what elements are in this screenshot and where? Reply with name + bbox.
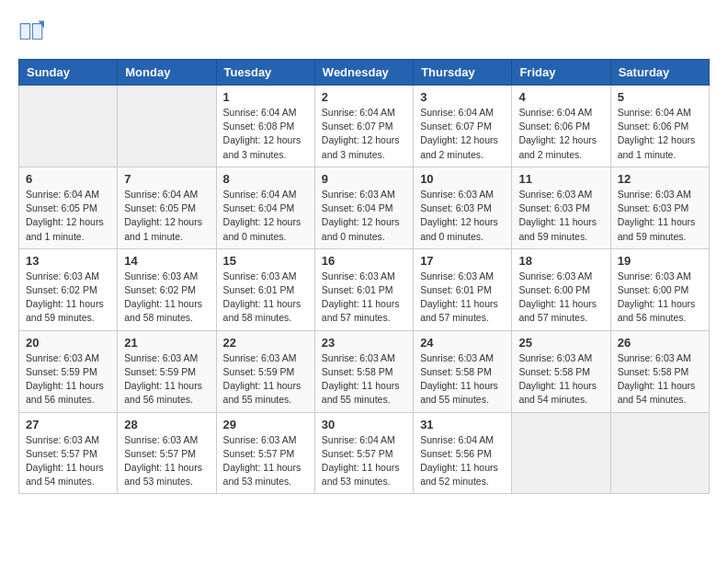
week-row-5: 27Sunrise: 6:03 AMSunset: 5:57 PMDayligh… xyxy=(19,412,710,494)
calendar-cell: 24Sunrise: 6:03 AMSunset: 5:58 PMDayligh… xyxy=(414,330,512,412)
calendar-cell: 1Sunrise: 6:04 AMSunset: 6:08 PMDaylight… xyxy=(216,86,314,167)
calendar-cell: 13Sunrise: 6:03 AMSunset: 6:02 PMDayligh… xyxy=(19,248,118,330)
svg-rect-3 xyxy=(21,24,30,39)
day-info: Sunrise: 6:03 AMSunset: 6:03 PMDaylight:… xyxy=(420,188,505,244)
calendar-cell: 30Sunrise: 6:04 AMSunset: 5:57 PMDayligh… xyxy=(314,412,413,494)
day-info: Sunrise: 6:03 AMSunset: 5:57 PMDaylight:… xyxy=(223,433,308,489)
calendar-cell: 25Sunrise: 6:03 AMSunset: 5:58 PMDayligh… xyxy=(512,330,610,412)
day-number: 11 xyxy=(518,172,603,186)
day-info: Sunrise: 6:03 AMSunset: 6:01 PMDaylight:… xyxy=(322,270,406,326)
week-row-4: 20Sunrise: 6:03 AMSunset: 5:59 PMDayligh… xyxy=(19,330,710,412)
day-number: 17 xyxy=(420,254,505,268)
calendar-cell: 7Sunrise: 6:04 AMSunset: 6:05 PMDaylight… xyxy=(118,167,216,248)
calendar-cell xyxy=(512,412,610,494)
calendar-cell: 17Sunrise: 6:03 AMSunset: 6:01 PMDayligh… xyxy=(414,248,512,330)
day-number: 22 xyxy=(223,336,308,350)
calendar-cell: 26Sunrise: 6:03 AMSunset: 5:58 PMDayligh… xyxy=(610,330,709,412)
calendar-cell: 5Sunrise: 6:04 AMSunset: 6:06 PMDaylight… xyxy=(610,86,709,167)
day-header-tuesday: Tuesday xyxy=(216,60,314,86)
day-number: 18 xyxy=(518,254,603,268)
calendar-cell: 4Sunrise: 6:04 AMSunset: 6:06 PMDaylight… xyxy=(512,86,610,167)
day-number: 1 xyxy=(223,90,308,104)
day-number: 15 xyxy=(223,254,308,268)
day-number: 3 xyxy=(420,90,505,104)
calendar-cell xyxy=(118,86,216,167)
day-info: Sunrise: 6:04 AMSunset: 6:05 PMDaylight:… xyxy=(124,188,209,244)
calendar-cell: 28Sunrise: 6:03 AMSunset: 5:57 PMDayligh… xyxy=(118,412,216,494)
calendar-cell: 2Sunrise: 6:04 AMSunset: 6:07 PMDaylight… xyxy=(314,86,413,167)
day-info: Sunrise: 6:04 AMSunset: 5:57 PMDaylight:… xyxy=(322,433,406,489)
calendar-cell: 29Sunrise: 6:03 AMSunset: 5:57 PMDayligh… xyxy=(216,412,314,494)
calendar-cell: 3Sunrise: 6:04 AMSunset: 6:07 PMDaylight… xyxy=(414,86,512,167)
day-info: Sunrise: 6:04 AMSunset: 6:04 PMDaylight:… xyxy=(223,188,308,244)
logo xyxy=(18,18,48,44)
day-number: 9 xyxy=(322,172,406,186)
day-info: Sunrise: 6:04 AMSunset: 6:05 PMDaylight:… xyxy=(26,188,110,244)
calendar-cell: 15Sunrise: 6:03 AMSunset: 6:01 PMDayligh… xyxy=(216,248,314,330)
week-row-3: 13Sunrise: 6:03 AMSunset: 6:02 PMDayligh… xyxy=(19,248,710,330)
week-row-2: 6Sunrise: 6:04 AMSunset: 6:05 PMDaylight… xyxy=(19,167,710,248)
calendar-cell: 11Sunrise: 6:03 AMSunset: 6:03 PMDayligh… xyxy=(512,167,610,248)
logo-icon xyxy=(18,18,44,44)
day-number: 30 xyxy=(322,418,406,431)
calendar-cell: 10Sunrise: 6:03 AMSunset: 6:03 PMDayligh… xyxy=(414,167,512,248)
day-info: Sunrise: 6:03 AMSunset: 6:00 PMDaylight:… xyxy=(518,270,603,326)
day-number: 12 xyxy=(618,172,702,186)
day-info: Sunrise: 6:03 AMSunset: 6:00 PMDaylight:… xyxy=(618,270,702,326)
calendar-cell: 22Sunrise: 6:03 AMSunset: 5:59 PMDayligh… xyxy=(216,330,314,412)
day-info: Sunrise: 6:03 AMSunset: 5:59 PMDaylight:… xyxy=(26,351,110,408)
day-number: 26 xyxy=(618,336,702,350)
day-number: 5 xyxy=(618,90,702,104)
day-number: 10 xyxy=(420,172,505,186)
calendar-cell: 14Sunrise: 6:03 AMSunset: 6:02 PMDayligh… xyxy=(118,248,216,330)
day-header-thursday: Thursday xyxy=(414,60,512,86)
day-number: 21 xyxy=(124,336,209,350)
day-number: 31 xyxy=(420,418,505,431)
day-number: 27 xyxy=(26,418,110,431)
calendar-cell: 16Sunrise: 6:03 AMSunset: 6:01 PMDayligh… xyxy=(314,248,413,330)
calendar-cell: 12Sunrise: 6:03 AMSunset: 6:03 PMDayligh… xyxy=(610,167,709,248)
day-info: Sunrise: 6:03 AMSunset: 5:57 PMDaylight:… xyxy=(26,433,110,489)
day-info: Sunrise: 6:03 AMSunset: 5:59 PMDaylight:… xyxy=(223,351,308,408)
day-number: 16 xyxy=(322,254,406,268)
calendar-cell: 9Sunrise: 6:03 AMSunset: 6:04 PMDaylight… xyxy=(314,167,413,248)
calendar-cell: 27Sunrise: 6:03 AMSunset: 5:57 PMDayligh… xyxy=(19,412,118,494)
day-number: 29 xyxy=(223,418,308,431)
calendar-cell xyxy=(610,412,709,494)
calendar-header-row: SundayMondayTuesdayWednesdayThursdayFrid… xyxy=(19,60,710,86)
day-info: Sunrise: 6:03 AMSunset: 5:58 PMDaylight:… xyxy=(618,351,702,408)
day-info: Sunrise: 6:03 AMSunset: 5:58 PMDaylight:… xyxy=(322,351,406,408)
calendar-cell: 18Sunrise: 6:03 AMSunset: 6:00 PMDayligh… xyxy=(512,248,610,330)
day-info: Sunrise: 6:04 AMSunset: 6:08 PMDaylight:… xyxy=(223,106,308,162)
day-info: Sunrise: 6:03 AMSunset: 6:03 PMDaylight:… xyxy=(618,188,702,244)
svg-rect-4 xyxy=(33,24,42,39)
day-info: Sunrise: 6:03 AMSunset: 6:01 PMDaylight:… xyxy=(223,270,308,326)
calendar-cell xyxy=(19,86,118,167)
day-info: Sunrise: 6:03 AMSunset: 6:04 PMDaylight:… xyxy=(322,188,406,244)
calendar-cell: 23Sunrise: 6:03 AMSunset: 5:58 PMDayligh… xyxy=(314,330,413,412)
week-row-1: 1Sunrise: 6:04 AMSunset: 6:08 PMDaylight… xyxy=(19,86,710,167)
day-info: Sunrise: 6:03 AMSunset: 5:59 PMDaylight:… xyxy=(124,351,209,408)
day-number: 24 xyxy=(420,336,505,350)
day-number: 2 xyxy=(322,90,406,104)
day-number: 4 xyxy=(518,90,603,104)
day-header-friday: Friday xyxy=(512,60,610,86)
day-number: 7 xyxy=(124,172,209,186)
day-info: Sunrise: 6:03 AMSunset: 5:58 PMDaylight:… xyxy=(518,351,603,408)
day-info: Sunrise: 6:03 AMSunset: 5:58 PMDaylight:… xyxy=(420,351,505,408)
day-info: Sunrise: 6:03 AMSunset: 6:03 PMDaylight:… xyxy=(518,188,603,244)
day-info: Sunrise: 6:03 AMSunset: 6:02 PMDaylight:… xyxy=(26,270,110,326)
day-header-wednesday: Wednesday xyxy=(314,60,413,86)
day-number: 23 xyxy=(322,336,406,350)
calendar-cell: 21Sunrise: 6:03 AMSunset: 5:59 PMDayligh… xyxy=(118,330,216,412)
day-info: Sunrise: 6:04 AMSunset: 6:06 PMDaylight:… xyxy=(518,106,603,162)
day-info: Sunrise: 6:04 AMSunset: 6:06 PMDaylight:… xyxy=(618,106,702,162)
day-header-sunday: Sunday xyxy=(19,60,118,86)
calendar-cell: 8Sunrise: 6:04 AMSunset: 6:04 PMDaylight… xyxy=(216,167,314,248)
page-header xyxy=(18,18,710,44)
day-header-saturday: Saturday xyxy=(610,60,709,86)
calendar-cell: 31Sunrise: 6:04 AMSunset: 5:56 PMDayligh… xyxy=(414,412,512,494)
day-info: Sunrise: 6:03 AMSunset: 6:01 PMDaylight:… xyxy=(420,270,505,326)
day-info: Sunrise: 6:03 AMSunset: 6:02 PMDaylight:… xyxy=(124,270,209,326)
day-info: Sunrise: 6:04 AMSunset: 5:56 PMDaylight:… xyxy=(420,433,505,489)
